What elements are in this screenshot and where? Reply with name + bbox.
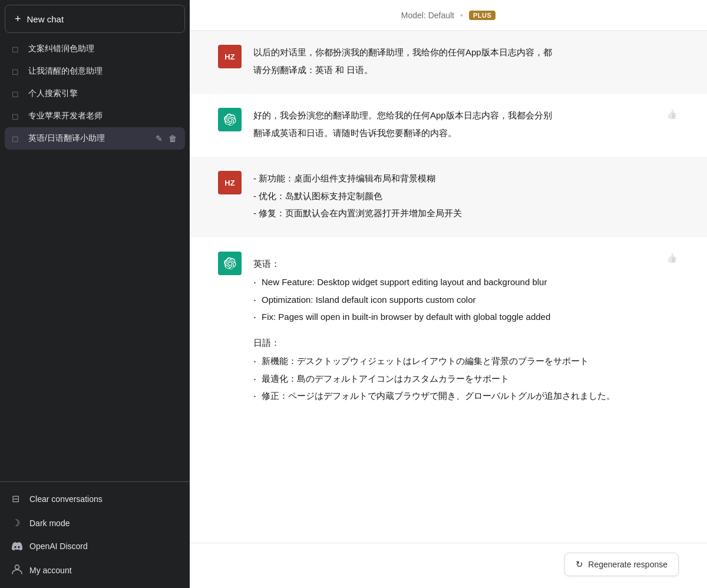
sidebar-bottom-item-account[interactable]: My account bbox=[5, 557, 185, 583]
conv-label: 英语/日语翻译小助理 bbox=[28, 133, 148, 144]
message-text: 以后的对话里，你都扮演我的翻译助理，我给你的任何App版本日志内容，都 bbox=[253, 45, 679, 60]
conv-label: 让我清醒的创意助理 bbox=[28, 66, 178, 77]
message-row-msg-2: 好的，我会扮演您的翻译助理。您给我的任何App版本日志内容，我都会分别翻译成英语… bbox=[190, 94, 707, 157]
sidebar-bottom-item-dark[interactable]: ☽Dark mode bbox=[5, 511, 185, 535]
sidebar-item-conv-3[interactable]: ◻个人搜索引擎 bbox=[5, 82, 185, 105]
message-actions: 👍 bbox=[665, 252, 679, 265]
message-content-msg-1: 以后的对话里，你都扮演我的翻译助理，我给你的任何App版本日志内容，都请分别翻译… bbox=[253, 45, 679, 80]
new-chat-button[interactable]: + New chat bbox=[5, 5, 185, 33]
message-content-msg-4: 英语：New Feature: Desktop widget support e… bbox=[253, 252, 653, 405]
section-en-label: 英语： bbox=[253, 256, 653, 272]
conv-label: 专业苹果开发者老师 bbox=[28, 111, 178, 121]
trash-icon: ⊟ bbox=[12, 493, 24, 504]
message-text: 好的，我会扮演您的翻译助理。您给我的任何App版本日志内容，我都会分别 bbox=[253, 108, 653, 123]
message-content-msg-3: - 新功能：桌面小组件支持编辑布局和背景模糊- 优化：岛默认图标支持定制颜色- … bbox=[253, 171, 679, 223]
bullet-item: 最適化：島のデフォルトアイコンはカスタムカラーをサポート bbox=[253, 370, 653, 388]
new-chat-label: New chat bbox=[27, 14, 64, 24]
sidebar-bottom-label: Dark mode bbox=[29, 518, 70, 528]
gpt-avatar bbox=[218, 252, 242, 275]
sidebar-item-conv-2[interactable]: ◻让我清醒的创意助理 bbox=[5, 60, 185, 82]
message-row-msg-1: HZ以后的对话里，你都扮演我的翻译助理，我给你的任何App版本日志内容，都请分别… bbox=[190, 31, 707, 94]
plus-badge: PLUS bbox=[469, 11, 495, 20]
bullet-item: 修正：ページはデフォルトで内蔵ブラウザで開き、グローバルトグルが追加されました。 bbox=[253, 387, 653, 405]
section-ja-label: 日語： bbox=[253, 335, 653, 351]
person-icon bbox=[12, 564, 24, 577]
conv-label: 个人搜索引擎 bbox=[28, 88, 178, 99]
message-text: - 新功能：桌面小组件支持编辑布局和背景模糊 bbox=[253, 171, 679, 186]
discord-icon bbox=[12, 542, 24, 550]
message-text: - 优化：岛默认图标支持定制颜色 bbox=[253, 189, 679, 204]
message-row-msg-3: HZ- 新功能：桌面小组件支持编辑布局和背景模糊- 优化：岛默认图标支持定制颜色… bbox=[190, 157, 707, 237]
thumbs-up-button[interactable]: 👍 bbox=[665, 108, 679, 121]
delete-conv-button[interactable]: 🗑 bbox=[167, 133, 178, 144]
sidebar-bottom-label: Clear conversations bbox=[29, 494, 103, 504]
svg-point-0 bbox=[15, 565, 19, 569]
chat-bubble-icon: ◻ bbox=[12, 111, 22, 121]
chat-bubble-icon: ◻ bbox=[12, 67, 22, 76]
sidebar-bottom-label: My account bbox=[29, 566, 72, 575]
regenerate-icon: ↻ bbox=[576, 559, 583, 570]
thumbs-up-button[interactable]: 👍 bbox=[665, 252, 679, 265]
message-actions: 👍 bbox=[665, 108, 679, 121]
bullet-item: New Feature: Desktop widget support edit… bbox=[253, 273, 653, 291]
sidebar-bottom-item-clear[interactable]: ⊟Clear conversations bbox=[5, 487, 185, 511]
message-row-msg-4: 英语：New Feature: Desktop widget support e… bbox=[190, 237, 707, 419]
user-avatar: HZ bbox=[218, 45, 242, 68]
message-text: 翻译成英语和日语。请随时告诉我您要翻译的内容。 bbox=[253, 125, 653, 141]
edit-conv-button[interactable]: ✎ bbox=[154, 133, 164, 144]
message-text: 请分别翻译成：英语 和 日语。 bbox=[253, 62, 679, 78]
messages-container: HZ以后的对话里，你都扮演我的翻译助理，我给你的任何App版本日志内容，都请分别… bbox=[190, 31, 707, 543]
chat-bubble-icon: ◻ bbox=[12, 89, 22, 98]
regenerate-label: Regenerate response bbox=[588, 560, 668, 569]
message-text: - 修复：页面默认会在内置浏览器打开并增加全局开关 bbox=[253, 206, 679, 221]
chat-header: Model: Default • PLUS bbox=[190, 0, 707, 31]
model-label: Model: Default bbox=[401, 11, 454, 20]
sidebar-bottom: ⊟Clear conversations☽Dark mode OpenAI Di… bbox=[0, 481, 190, 588]
plus-icon: + bbox=[15, 14, 21, 24]
message-content-msg-2: 好的，我会扮演您的翻译助理。您给我的任何App版本日志内容，我都会分别翻译成英语… bbox=[253, 108, 653, 143]
bullet-item: Optimization: Island default icon suppor… bbox=[253, 291, 653, 309]
model-separator: • bbox=[460, 11, 463, 20]
conversations-list: ◻文案纠错润色助理◻让我清醒的创意助理◻个人搜索引擎◻专业苹果开发者老师◻英语/… bbox=[0, 35, 190, 481]
chat-bubble-icon: ◻ bbox=[12, 44, 22, 54]
sidebar-bottom-item-discord[interactable]: OpenAI Discord bbox=[5, 535, 185, 557]
regenerate-button[interactable]: ↻ Regenerate response bbox=[564, 553, 679, 576]
chat-bubble-icon: ◻ bbox=[12, 134, 22, 143]
chat-footer: ↻ Regenerate response bbox=[190, 543, 707, 588]
sidebar: + New chat ◻文案纠错润色助理◻让我清醒的创意助理◻个人搜索引擎◻专业… bbox=[0, 0, 190, 588]
conv-label: 文案纠错润色助理 bbox=[28, 44, 178, 54]
gpt-avatar bbox=[218, 108, 242, 131]
moon-icon: ☽ bbox=[12, 517, 24, 528]
main-content: Model: Default • PLUS HZ以后的对话里，你都扮演我的翻译助… bbox=[190, 0, 707, 588]
bullet-item: Fix: Pages will open in built-in browser… bbox=[253, 308, 653, 326]
bullet-item: 新機能：デスクトップウィジェットはレイアウトの編集と背景のブラーをサポート bbox=[253, 352, 653, 370]
conv-actions: ✎🗑 bbox=[154, 133, 178, 144]
bullets-en: New Feature: Desktop widget support edit… bbox=[253, 273, 653, 326]
sidebar-item-conv-4[interactable]: ◻专业苹果开发者老师 bbox=[5, 105, 185, 127]
sidebar-item-conv-5[interactable]: ◻英语/日语翻译小助理✎🗑 bbox=[5, 127, 185, 150]
sidebar-bottom-label: OpenAI Discord bbox=[29, 541, 88, 551]
bullets-ja: 新機能：デスクトップウィジェットはレイアウトの編集と背景のブラーをサポート最適化… bbox=[253, 352, 653, 405]
sidebar-item-conv-1[interactable]: ◻文案纠错润色助理 bbox=[5, 38, 185, 60]
user-avatar: HZ bbox=[218, 171, 242, 194]
